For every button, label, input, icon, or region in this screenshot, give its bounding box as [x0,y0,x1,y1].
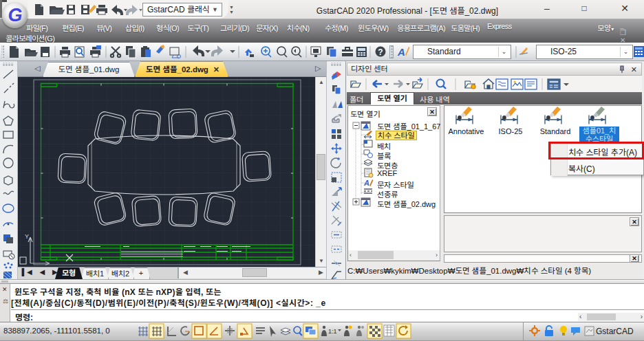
svg-text:1:1: 1:1 [328,328,337,335]
svg-text:A: A [363,179,369,187]
svg-text:Y: Y [25,233,29,240]
svg-text:?: ? [378,47,383,57]
svg-text:A: A [397,46,405,58]
